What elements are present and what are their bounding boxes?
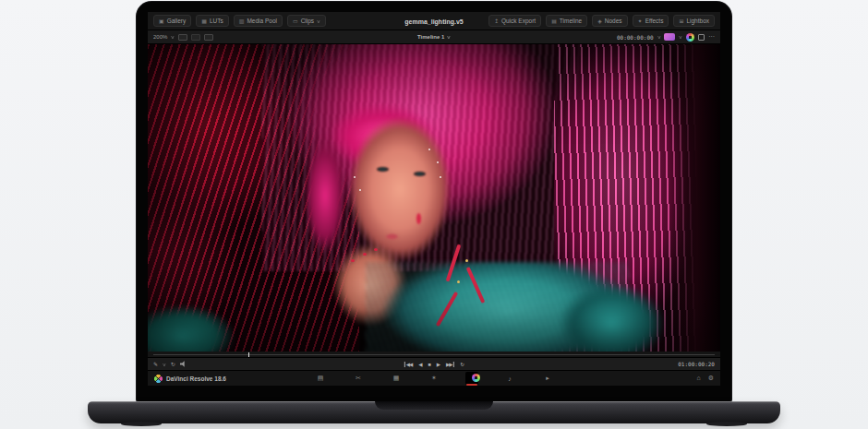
viewer-timecode[interactable]: 00:00:00:00 [617,34,654,41]
record-timecode[interactable]: 01:00:00:20 [678,361,715,367]
laptop-foot-right [706,422,747,426]
timeline-selector[interactable]: Timeline 1 ∨ [417,34,451,40]
lightbox-label: Lightbox [686,18,709,24]
nodes-label: Nodes [605,18,622,24]
luts-icon: ▦ [201,18,207,24]
transport-left-tools: ✎ ∨ ↻ [153,361,187,367]
luts-button[interactable]: ▦ LUTs [196,15,228,27]
page-fairlight[interactable]: ♪ [503,375,516,382]
davinci-logo-icon [154,375,163,383]
monitor-icon[interactable] [664,33,675,41]
media-pool-button[interactable]: ▥ Media Pool [234,15,283,27]
effects-button[interactable]: ✦ Effects [633,15,669,27]
lightbox-button[interactable]: ⊞ Lightbox [673,15,715,27]
loop-button[interactable]: ↻ [461,362,464,367]
viewer-toggle-2[interactable] [191,34,200,41]
luts-label: LUTs [210,18,223,24]
page-bar: DaVinci Resolve 18.6 ▤ ✂ ▦ ✶ ♪ ▸ ⌂ ⚙ [148,371,720,386]
color-wheel-icon[interactable] [686,33,694,42]
clips-label: Clips [301,18,314,24]
gear-icon[interactable]: ⚙ [708,375,714,382]
effects-label: Effects [645,18,664,24]
gallery-icon: ▣ [159,18,164,24]
play-button[interactable]: ▶ [437,362,440,367]
timeline-button[interactable]: ▤ Timeline [546,15,587,27]
clips-icon: ▭ [293,18,298,24]
lightbox-icon: ⊞ [679,18,683,24]
viewer-toggle-3[interactable] [204,34,213,41]
transport-controls: ◀◀ ◀ ■ ▶ ▶▶ ↻ [404,362,464,367]
timeline-icon: ▤ [551,18,557,24]
unmix-icon[interactable]: ↻ [171,361,175,367]
page-color-active[interactable] [465,372,478,385]
app-brand: DaVinci Resolve 18.6 [154,375,226,383]
top-toolbar: ▣ Gallery ▦ LUTs ▥ Media Pool ▭ [148,12,720,30]
page-edit[interactable]: ▦ [390,375,403,382]
viewer[interactable] [148,44,720,352]
last-frame-button[interactable]: ▶▶ [446,362,453,367]
laptop-base [88,401,780,423]
expand-icon[interactable] [698,34,705,41]
viewer-toolbar-left: 200% ∨ [153,34,213,41]
home-icon[interactable]: ⌂ [696,375,700,382]
page-fusion[interactable]: ✶ [428,375,440,382]
playhead-marker[interactable] [248,352,249,357]
chevron-down-icon: ∨ [171,34,175,40]
chevron-down-icon: ∨ [447,34,452,40]
laptop-screen: ▣ Gallery ▦ LUTs ▥ Media Pool ▭ [137,2,731,401]
timeline-label: Timeline [560,18,582,24]
toolbar-right-group: ↥ Quick Export ▤ Timeline ◈ Nodes ✦ [488,15,715,27]
more-options-icon[interactable]: ⋯ [708,33,715,41]
nodes-icon: ◈ [597,18,602,24]
play-reverse-button[interactable]: ◀ [418,362,421,367]
timeline-name: Timeline 1 [417,34,444,40]
page-switcher: ▤ ✂ ▦ ✶ ♪ ▸ [314,372,554,385]
davinci-resolve-window: ▣ Gallery ▦ LUTs ▥ Media Pool ▭ [148,12,720,386]
media-pool-label: Media Pool [247,18,277,24]
viewer-scrubber[interactable] [148,352,720,358]
quick-export-button[interactable]: ↥ Quick Export [488,15,541,27]
first-frame-button[interactable]: ◀◀ [404,362,412,367]
chevron-down-icon: ∨ [162,362,166,367]
chevron-down-icon: ∨ [657,34,661,40]
lid-notch [375,401,493,410]
gallery-label: Gallery [167,18,187,24]
media-pool-icon: ▥ [239,18,245,24]
viewer-toggle-1[interactable] [178,34,187,41]
page-deliver[interactable]: ▸ [541,375,554,382]
vignette-overlay [148,44,720,352]
app-name: DaVinci Resolve 18.6 [166,375,226,382]
laptop-foot-left [121,422,162,426]
quick-export-label: Quick Export [501,18,536,24]
statusbar-right: ⌂ ⚙ [696,375,714,382]
scrubber-track [153,354,715,355]
project-title: gemma_lighting.v5 [404,18,463,24]
toolbar-left-group: ▣ Gallery ▦ LUTs ▥ Media Pool ▭ [153,15,326,27]
quick-export-icon: ↥ [494,18,499,24]
effects-icon: ✦ [638,18,643,24]
zoom-level-dropdown[interactable]: 200% [153,34,167,40]
page-media[interactable]: ▤ [314,375,327,382]
clips-button[interactable]: ▭ Clips ∨ [287,15,326,27]
viewer-toolbar: 200% ∨ Timeline 1 ∨ 00:00:00:00 ∨ [148,30,720,44]
color-page-wheel-icon [472,374,480,382]
page-background: ▣ Gallery ▦ LUTs ▥ Media Pool ▭ [0,0,868,429]
stop-button[interactable]: ■ [428,362,430,367]
chevron-down-icon: ∨ [317,18,321,24]
annotation-tool-button[interactable]: ✎ [153,361,158,367]
transport-bar: ✎ ∨ ↻ ◀◀ ◀ ■ ▶ ▶▶ ↻ 01:00:00:20 [148,358,720,371]
page-cut[interactable]: ✂ [352,375,365,382]
viewer-toolbar-right: 00:00:00:00 ∨ ∨ ⋯ [617,33,715,42]
gallery-button[interactable]: ▣ Gallery [153,15,191,27]
chevron-down-icon: ∨ [679,34,683,40]
nodes-button[interactable]: ◈ Nodes [592,15,627,27]
volume-icon[interactable] [180,361,187,367]
